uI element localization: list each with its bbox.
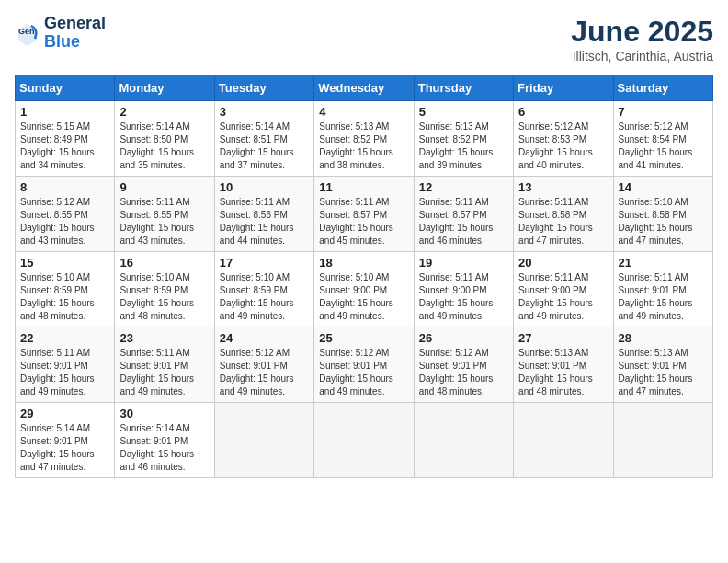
calendar-week-5: 22Sunrise: 5:11 AMSunset: 9:01 PMDayligh… (16, 327, 713, 403)
page-header: Gen General Blue June 2025 Illitsch, Car… (15, 15, 713, 63)
calendar-table: SundayMondayTuesdayWednesdayThursdayFrid… (15, 75, 713, 478)
day-number: 25 (319, 331, 408, 345)
calendar-cell: 29Sunrise: 5:14 AMSunset: 9:01 PMDayligh… (16, 403, 115, 478)
svg-text:Gen: Gen (18, 27, 35, 36)
day-number: 9 (119, 180, 209, 194)
cell-info: Sunrise: 5:13 AMSunset: 8:52 PMDaylight:… (419, 121, 508, 172)
calendar-cell (414, 403, 513, 478)
calendar-cell: 3Sunrise: 5:14 AMSunset: 8:51 PMDaylight… (214, 101, 313, 177)
title-block: June 2025 Illitsch, Carinthia, Austria (571, 15, 713, 63)
header-saturday: Saturday (613, 75, 712, 101)
cell-info: Sunrise: 5:11 AMSunset: 8:57 PMDaylight:… (419, 196, 508, 247)
logo: Gen General Blue (15, 15, 106, 52)
day-number: 1 (20, 105, 109, 119)
calendar-cell: 2Sunrise: 5:14 AMSunset: 8:50 PMDaylight… (115, 101, 214, 177)
calendar-cell: 24Sunrise: 5:12 AMSunset: 9:01 PMDayligh… (214, 327, 313, 403)
cell-info: Sunrise: 5:10 AMSunset: 8:59 PMDaylight:… (20, 271, 109, 323)
calendar-cell: 7Sunrise: 5:12 AMSunset: 8:54 PMDaylight… (613, 101, 712, 177)
cell-info: Sunrise: 5:11 AMSunset: 9:01 PMDaylight:… (619, 271, 708, 323)
day-number: 20 (518, 256, 608, 270)
day-number: 22 (20, 331, 109, 345)
day-number: 12 (419, 180, 508, 194)
calendar-week-6: 29Sunrise: 5:14 AMSunset: 9:01 PMDayligh… (16, 403, 713, 478)
day-number: 2 (119, 105, 209, 119)
header-monday: Monday (115, 75, 214, 101)
calendar-cell: 4Sunrise: 5:13 AMSunset: 8:52 PMDaylight… (314, 101, 414, 177)
day-number: 5 (419, 105, 508, 119)
calendar-cell (214, 403, 313, 478)
cell-info: Sunrise: 5:10 AMSunset: 8:59 PMDaylight:… (220, 271, 309, 323)
calendar-cell: 21Sunrise: 5:11 AMSunset: 9:01 PMDayligh… (613, 252, 712, 327)
calendar-week-3: 8Sunrise: 5:12 AMSunset: 8:55 PMDaylight… (16, 177, 713, 252)
cell-info: Sunrise: 5:14 AMSunset: 8:50 PMDaylight:… (119, 121, 209, 172)
header-wednesday: Wednesday (314, 75, 414, 101)
day-number: 8 (20, 180, 109, 194)
calendar-cell: 6Sunrise: 5:12 AMSunset: 8:53 PMDaylight… (514, 101, 613, 177)
location-subtitle: Illitsch, Carinthia, Austria (571, 49, 713, 63)
calendar-cell: 1Sunrise: 5:15 AMSunset: 8:49 PMDaylight… (16, 101, 115, 177)
header-tuesday: Tuesday (214, 75, 313, 101)
cell-info: Sunrise: 5:10 AMSunset: 8:59 PMDaylight:… (119, 271, 209, 323)
day-number: 29 (20, 407, 109, 420)
day-number: 10 (220, 180, 309, 194)
calendar-cell: 8Sunrise: 5:12 AMSunset: 8:55 PMDaylight… (16, 177, 115, 252)
calendar-cell: 12Sunrise: 5:11 AMSunset: 8:57 PMDayligh… (414, 177, 513, 252)
calendar-cell: 16Sunrise: 5:10 AMSunset: 8:59 PMDayligh… (115, 252, 214, 327)
calendar-cell: 27Sunrise: 5:13 AMSunset: 9:01 PMDayligh… (514, 327, 613, 403)
logo-line1: General (44, 15, 106, 33)
day-number: 24 (220, 331, 309, 345)
cell-info: Sunrise: 5:11 AMSunset: 9:00 PMDaylight:… (419, 271, 508, 323)
calendar-cell: 5Sunrise: 5:13 AMSunset: 8:52 PMDaylight… (414, 101, 513, 177)
cell-info: Sunrise: 5:12 AMSunset: 9:01 PMDaylight:… (319, 347, 408, 398)
day-number: 14 (619, 180, 708, 194)
calendar-cell: 25Sunrise: 5:12 AMSunset: 9:01 PMDayligh… (314, 327, 414, 403)
calendar-cell (613, 403, 712, 478)
cell-info: Sunrise: 5:11 AMSunset: 9:01 PMDaylight:… (119, 347, 209, 398)
day-number: 13 (518, 180, 608, 194)
calendar-week-2: 1Sunrise: 5:15 AMSunset: 8:49 PMDaylight… (16, 101, 713, 177)
calendar-cell: 17Sunrise: 5:10 AMSunset: 8:59 PMDayligh… (214, 252, 313, 327)
logo-line2: Blue (44, 32, 80, 51)
cell-info: Sunrise: 5:12 AMSunset: 8:55 PMDaylight:… (20, 196, 109, 247)
day-number: 6 (518, 105, 608, 119)
day-number: 15 (20, 256, 109, 270)
cell-info: Sunrise: 5:13 AMSunset: 8:52 PMDaylight:… (319, 121, 408, 172)
day-number: 30 (119, 407, 209, 420)
calendar-cell (514, 403, 613, 478)
cell-info: Sunrise: 5:11 AMSunset: 8:56 PMDaylight:… (220, 196, 309, 247)
day-number: 18 (319, 256, 408, 270)
day-number: 4 (319, 105, 408, 119)
cell-info: Sunrise: 5:12 AMSunset: 8:54 PMDaylight:… (619, 121, 708, 172)
day-number: 11 (319, 180, 408, 194)
header-sunday: Sunday (16, 75, 115, 101)
day-number: 16 (119, 256, 209, 270)
calendar-cell: 14Sunrise: 5:10 AMSunset: 8:58 PMDayligh… (613, 177, 712, 252)
cell-info: Sunrise: 5:11 AMSunset: 9:01 PMDaylight:… (20, 347, 109, 398)
day-number: 3 (220, 105, 309, 119)
calendar-cell: 22Sunrise: 5:11 AMSunset: 9:01 PMDayligh… (16, 327, 115, 403)
day-number: 21 (619, 256, 708, 270)
cell-info: Sunrise: 5:12 AMSunset: 9:01 PMDaylight:… (419, 347, 508, 398)
calendar-cell: 23Sunrise: 5:11 AMSunset: 9:01 PMDayligh… (115, 327, 214, 403)
calendar-cell: 11Sunrise: 5:11 AMSunset: 8:57 PMDayligh… (314, 177, 414, 252)
cell-info: Sunrise: 5:12 AMSunset: 8:53 PMDaylight:… (518, 121, 608, 172)
day-number: 23 (119, 331, 209, 345)
calendar-cell (314, 403, 414, 478)
cell-info: Sunrise: 5:12 AMSunset: 9:01 PMDaylight:… (220, 347, 309, 398)
day-number: 28 (619, 331, 708, 345)
calendar-cell: 30Sunrise: 5:14 AMSunset: 9:01 PMDayligh… (115, 403, 214, 478)
cell-info: Sunrise: 5:11 AMSunset: 8:55 PMDaylight:… (119, 196, 209, 247)
calendar-week-4: 15Sunrise: 5:10 AMSunset: 8:59 PMDayligh… (16, 252, 713, 327)
day-number: 26 (419, 331, 508, 345)
calendar-header-row: SundayMondayTuesdayWednesdayThursdayFrid… (16, 75, 713, 101)
calendar-cell: 26Sunrise: 5:12 AMSunset: 9:01 PMDayligh… (414, 327, 513, 403)
calendar-cell: 10Sunrise: 5:11 AMSunset: 8:56 PMDayligh… (214, 177, 313, 252)
calendar-cell: 15Sunrise: 5:10 AMSunset: 8:59 PMDayligh… (16, 252, 115, 327)
calendar-cell: 19Sunrise: 5:11 AMSunset: 9:00 PMDayligh… (414, 252, 513, 327)
cell-info: Sunrise: 5:14 AMSunset: 9:01 PMDaylight:… (20, 422, 109, 474)
calendar-cell: 28Sunrise: 5:13 AMSunset: 9:01 PMDayligh… (613, 327, 712, 403)
day-number: 27 (518, 331, 608, 345)
month-title: June 2025 (571, 15, 713, 49)
cell-info: Sunrise: 5:14 AMSunset: 8:51 PMDaylight:… (220, 121, 309, 172)
calendar-cell: 13Sunrise: 5:11 AMSunset: 8:58 PMDayligh… (514, 177, 613, 252)
